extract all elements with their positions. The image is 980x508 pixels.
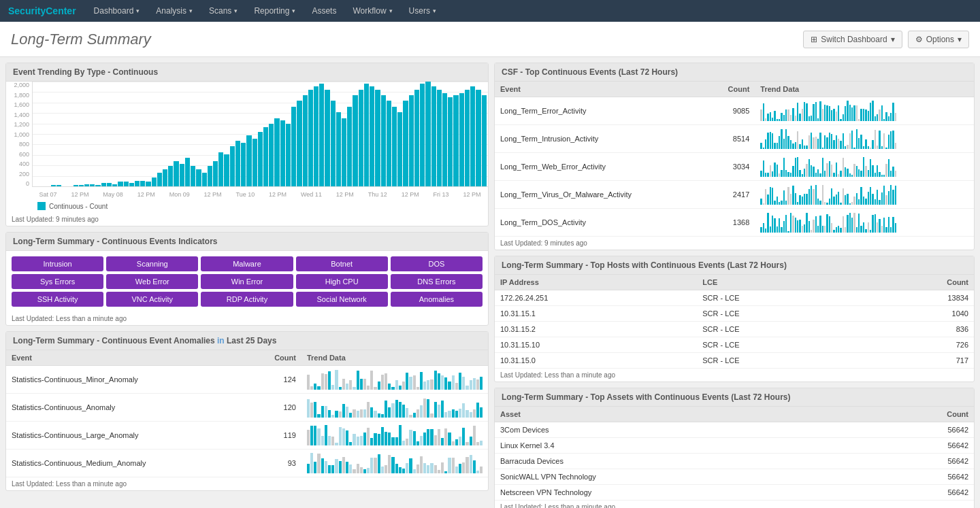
csf-mini-bar: [802, 226, 803, 233]
csf-mini-bar: [824, 135, 826, 149]
csf-count-cell: 3034: [706, 153, 755, 181]
csf-mini-bar: [765, 139, 766, 149]
mini-bar: [321, 436, 324, 445]
mini-bar: [353, 387, 355, 390]
mini-bar: [363, 379, 366, 390]
csf-mini-bar: [765, 118, 766, 121]
brand[interactable]: SecurityCenter: [8, 5, 76, 16]
indicator-button[interactable]: VNC Activity: [106, 292, 198, 307]
csf-mini-bar: [822, 148, 823, 149]
mini-bar: [466, 410, 468, 418]
mini-bar: [466, 457, 468, 473]
indicator-button[interactable]: Botnet: [296, 256, 388, 271]
csf-mini-bar: [802, 197, 803, 205]
csf-mini-bar: [843, 114, 844, 121]
csf-mini-bar: [772, 171, 773, 177]
chart-bar: [140, 181, 145, 186]
chart-bar: [230, 146, 235, 186]
csf-count-cell: 2417: [706, 181, 755, 209]
options-button[interactable]: ⚙ Options ▾: [908, 31, 969, 48]
csf-mini-bar: [799, 220, 800, 233]
mini-bar: [335, 370, 338, 390]
chart-bar: [258, 132, 263, 186]
csf-mini-bar: [783, 158, 785, 177]
csf-mini-bar: [865, 166, 866, 177]
nav-assets[interactable]: Assets: [305, 0, 343, 22]
mini-bar: [317, 414, 320, 418]
top-hosts-last-updated: Last Updated: Less than a minute ago: [495, 369, 974, 382]
csf-mini-bar: [831, 165, 832, 177]
indicator-button[interactable]: RDP Activity: [201, 292, 293, 307]
csf-trend-bars: [760, 156, 896, 177]
indicator-button[interactable]: Intrusion: [12, 256, 103, 271]
y-axis-label: 1,600: [14, 101, 29, 108]
csf-mini-bar: [872, 165, 873, 177]
chart-bar: [51, 185, 56, 186]
indicator-button[interactable]: Sys Errors: [12, 274, 103, 289]
mini-bar: [438, 429, 440, 445]
csf-count-cell: 9085: [706, 97, 755, 125]
chart-bar: [297, 101, 301, 186]
chart-bar: [101, 183, 106, 186]
csf-mini-bar: [792, 186, 794, 205]
chart-bar: [135, 181, 140, 186]
host-ip-cell: 10.31.15.0: [495, 353, 697, 369]
csf-mini-bar: [829, 133, 830, 149]
mini-bar: [314, 462, 316, 473]
mini-bar: [480, 407, 483, 418]
csf-mini-bar: [760, 227, 762, 233]
csf-mini-bar: [831, 188, 832, 205]
mini-bar: [452, 458, 455, 473]
csf-mini-bar: [813, 167, 814, 177]
mini-bar: [391, 437, 394, 445]
csf-mini-bar: [783, 190, 785, 205]
csf-mini-bar: [890, 227, 892, 233]
mini-bar: [335, 443, 338, 445]
csf-mini-bar: [860, 187, 862, 205]
indicator-button[interactable]: SSH Activity: [12, 292, 103, 307]
table-row: 3Com Devices56642: [495, 422, 974, 438]
nav-dashboard[interactable]: Dashboard ▾: [87, 0, 147, 22]
csf-mini-bar: [770, 165, 771, 177]
csf-mini-bar: [895, 143, 896, 149]
csf-mini-bar: [787, 136, 789, 149]
csf-mini-bar: [811, 230, 812, 233]
chart-bar: [56, 185, 61, 186]
mini-bar: [349, 413, 352, 418]
indicator-button[interactable]: DOS: [391, 256, 483, 271]
indicator-button[interactable]: DNS Errors: [391, 274, 483, 289]
csf-mini-bar: [774, 218, 775, 233]
mini-bar: [307, 375, 310, 390]
nav-reporting[interactable]: Reporting ▾: [247, 0, 302, 22]
mini-bar: [470, 412, 472, 418]
mini-bar: [307, 464, 310, 473]
indicators-header: Long-Term Summary - Continuous Events In…: [6, 233, 488, 251]
csf-mini-bar: [763, 160, 764, 177]
nav-workflow[interactable]: Workflow ▾: [346, 0, 399, 22]
indicator-button[interactable]: Web Error: [106, 274, 198, 289]
indicator-button[interactable]: High CPU: [296, 274, 388, 289]
csf-mini-bar: [856, 105, 858, 121]
anomaly-event-cell: Statistics-Continuous_Anomaly: [6, 394, 248, 422]
host-count-cell: 717: [862, 353, 974, 369]
nav-users[interactable]: Users ▾: [402, 0, 443, 22]
indicator-button[interactable]: Social Network: [296, 292, 388, 307]
nav-scans[interactable]: Scans ▾: [202, 0, 244, 22]
indicator-button[interactable]: Malware: [201, 256, 293, 271]
mini-bar: [455, 411, 458, 418]
chart-bar: [448, 97, 453, 186]
mini-bar: [360, 409, 363, 418]
chart-bar: [107, 183, 112, 186]
indicator-button[interactable]: Scanning: [106, 256, 198, 271]
csf-mini-bar: [890, 171, 892, 177]
indicator-button[interactable]: Anomalies: [391, 292, 483, 307]
nav-analysis[interactable]: Analysis ▾: [149, 0, 199, 22]
switch-dashboard-button[interactable]: ⊞ Switch Dashboard ▾: [803, 31, 902, 48]
chart-bar: [196, 169, 201, 186]
chart-bar: [74, 185, 78, 186]
chart-bar: [403, 101, 408, 186]
indicator-button[interactable]: Win Error: [201, 274, 293, 289]
csf-mini-bar: [808, 116, 810, 121]
csf-mini-bar: [892, 103, 894, 121]
csf-mini-bar: [808, 159, 810, 177]
